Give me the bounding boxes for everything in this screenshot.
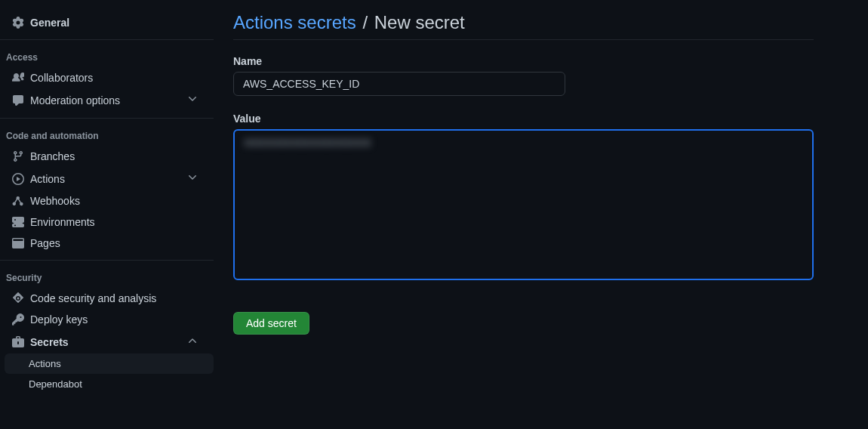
add-secret-button[interactable]: Add secret — [233, 312, 309, 335]
sidebar-item-code-security[interactable]: Code security and analysis — [0, 288, 214, 309]
git-branch-icon — [12, 150, 24, 162]
divider — [0, 39, 214, 40]
sidebar-label: Code security and analysis — [30, 292, 208, 304]
sub-item-label: Dependabot — [29, 378, 82, 390]
masked-value: XXXXXXXXXXXXXXXXXXXX — [244, 137, 371, 149]
sidebar-item-general[interactable]: General — [0, 12, 214, 33]
sidebar-item-webhooks[interactable]: Webhooks — [0, 190, 214, 211]
breadcrumb-separator: / — [362, 12, 368, 32]
page-title: Actions secrets / New secret — [233, 12, 814, 40]
sub-item-label: Actions — [29, 358, 61, 369]
sidebar-item-secrets[interactable]: Secrets — [0, 330, 214, 353]
secret-value-textarea[interactable]: XXXXXXXXXXXXXXXXXXXX — [233, 129, 814, 280]
sidebar-label: Actions — [30, 173, 186, 185]
sidebar-sub-item-actions[interactable]: Actions — [5, 353, 214, 374]
chevron-down-icon — [186, 93, 199, 107]
secret-name-input[interactable] — [233, 72, 565, 96]
sidebar-item-environments[interactable]: Environments — [0, 211, 214, 233]
comment-icon — [12, 94, 24, 106]
play-circle-icon — [12, 173, 24, 185]
sidebar-label: Environments — [30, 216, 208, 228]
sidebar-label: Moderation options — [30, 94, 186, 106]
sidebar-label: Deploy keys — [30, 313, 208, 326]
sidebar-item-branches[interactable]: Branches — [0, 146, 214, 167]
sidebar-label: Pages — [30, 237, 208, 249]
main-content: Actions secrets / New secret Name Value … — [214, 0, 868, 429]
webhook-icon — [12, 195, 24, 207]
sidebar-item-moderation[interactable]: Moderation options — [0, 88, 214, 112]
server-icon — [12, 216, 24, 228]
sidebar-item-actions[interactable]: Actions — [0, 167, 214, 190]
sidebar-label: Secrets — [30, 336, 186, 348]
settings-sidebar: General Access Collaborators Moderation … — [0, 0, 214, 429]
people-icon — [12, 72, 24, 84]
divider — [0, 118, 214, 119]
divider — [0, 260, 214, 261]
sidebar-sub-item-dependabot[interactable]: Dependabot — [5, 374, 214, 394]
sidebar-label: Branches — [30, 150, 208, 162]
chevron-down-icon — [186, 171, 199, 186]
name-label: Name — [233, 55, 814, 67]
section-header-security: Security — [0, 267, 214, 288]
gear-icon — [12, 17, 24, 29]
breadcrumb-current: New secret — [374, 12, 465, 32]
sidebar-item-deploy-keys[interactable]: Deploy keys — [0, 309, 214, 330]
sidebar-item-pages[interactable]: Pages — [0, 233, 214, 254]
value-field-group: Value XXXXXXXXXXXXXXXXXXXX — [233, 113, 814, 280]
chevron-up-icon — [186, 335, 199, 349]
breadcrumb-link[interactable]: Actions secrets — [233, 12, 356, 32]
value-label: Value — [233, 113, 814, 125]
key-icon — [12, 313, 24, 326]
name-field-group: Name — [233, 55, 814, 96]
shield-icon — [12, 292, 24, 304]
sidebar-label: General — [30, 17, 208, 29]
lock-icon — [12, 336, 24, 348]
section-header-code: Code and automation — [0, 125, 214, 146]
section-header-access: Access — [0, 46, 214, 67]
sidebar-label: Collaborators — [30, 72, 208, 84]
browser-icon — [12, 237, 24, 249]
sidebar-label: Webhooks — [30, 195, 208, 207]
sidebar-item-collaborators[interactable]: Collaborators — [0, 67, 214, 88]
